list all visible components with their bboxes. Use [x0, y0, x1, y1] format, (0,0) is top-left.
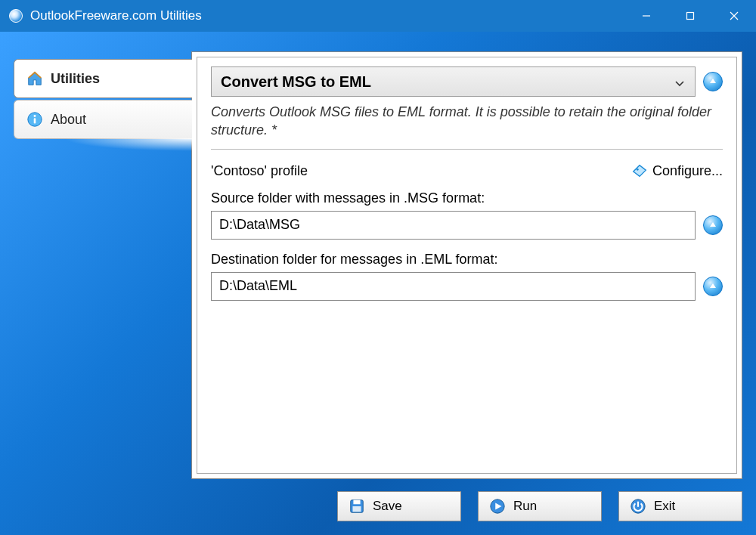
- destination-input[interactable]: [211, 272, 696, 301]
- utility-selector[interactable]: Convert MSG to EML: [211, 66, 696, 97]
- source-label: Source folder with messages in .MSG form…: [211, 190, 723, 206]
- maximize-button[interactable]: [668, 0, 712, 32]
- sidebar-item-label: About: [51, 112, 86, 128]
- close-button[interactable]: [712, 0, 756, 32]
- svg-rect-1: [687, 13, 694, 20]
- svg-point-7: [637, 168, 639, 170]
- run-label: Run: [513, 499, 537, 514]
- save-label: Save: [373, 499, 402, 514]
- sidebar-item-label: Utilities: [51, 71, 100, 87]
- svg-rect-6: [34, 118, 36, 123]
- bottom-bar: Save Run Exit: [191, 491, 742, 521]
- play-icon: [489, 498, 506, 515]
- utility-description: Converts Outlook MSG files to EML format…: [211, 103, 723, 150]
- collapse-button[interactable]: [703, 72, 723, 91]
- destination-browse-button[interactable]: [703, 277, 723, 296]
- exit-button[interactable]: Exit: [618, 491, 742, 521]
- exit-label: Exit: [654, 499, 675, 514]
- utility-title: Convert MSG to EML: [221, 73, 371, 91]
- window-controls: [624, 0, 756, 32]
- power-icon: [630, 498, 646, 515]
- svg-rect-10: [353, 506, 361, 512]
- configure-label: Configure...: [652, 163, 723, 179]
- sidebar: Utilities About: [14, 59, 192, 141]
- home-icon: [26, 70, 43, 87]
- save-icon: [349, 498, 365, 515]
- profile-text: 'Contoso' profile: [211, 163, 308, 179]
- configure-link[interactable]: Configure...: [631, 163, 723, 180]
- source-browse-button[interactable]: [703, 215, 723, 235]
- window-title: OutlookFreeware.com Utilities: [30, 8, 202, 23]
- svg-point-5: [34, 115, 36, 117]
- save-button[interactable]: Save: [337, 491, 461, 521]
- sidebar-item-about[interactable]: About: [14, 100, 192, 139]
- svg-rect-9: [353, 500, 360, 505]
- info-icon: [26, 111, 43, 128]
- run-button[interactable]: Run: [478, 491, 602, 521]
- app-icon: [9, 9, 23, 23]
- titlebar: OutlookFreeware.com Utilities: [0, 0, 756, 32]
- minimize-button[interactable]: [624, 0, 668, 32]
- source-input[interactable]: [211, 211, 696, 240]
- client-area: Outlook Freeware .com Utilities About Co…: [0, 32, 756, 535]
- sidebar-item-utilities[interactable]: Utilities: [14, 59, 192, 98]
- main-panel: Convert MSG to EML Converts Outlook MSG …: [191, 51, 742, 479]
- tag-icon: [631, 163, 648, 180]
- destination-label: Destination folder for messages in .EML …: [211, 252, 723, 268]
- chevron-down-icon: [674, 76, 686, 88]
